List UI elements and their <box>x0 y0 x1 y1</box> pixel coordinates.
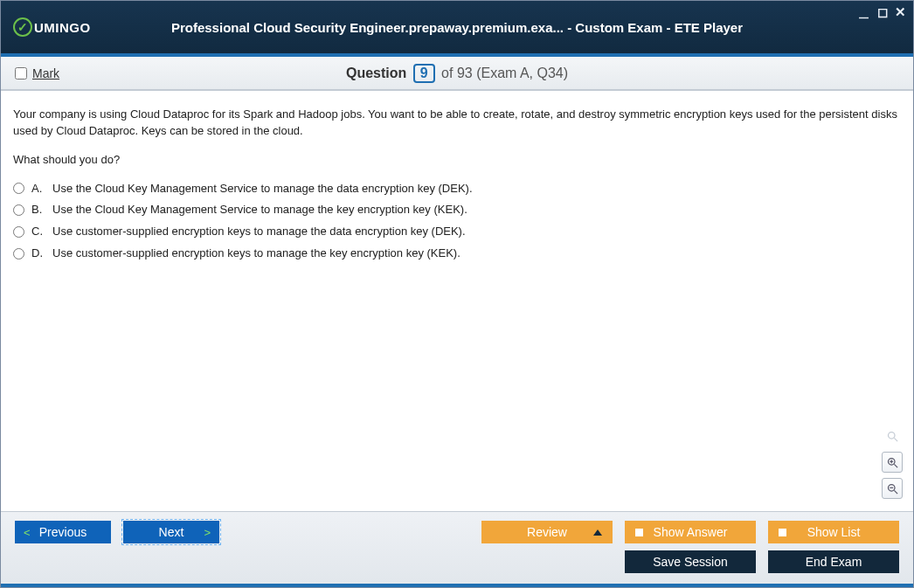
footer: < Previous Next > Review Show Answer <box>1 511 913 584</box>
chevron-right-icon: > <box>204 526 211 539</box>
option-b-text: Use the Cloud Key Management Service to … <box>52 202 467 218</box>
option-c-letter: C. <box>31 224 45 240</box>
previous-button[interactable]: < Previous <box>15 521 111 543</box>
answer-options: A. Use the Cloud Key Management Service … <box>13 181 901 262</box>
footer-row-2: Save Session End Exam <box>15 550 899 573</box>
option-a-radio[interactable] <box>13 183 24 194</box>
svg-point-0 <box>888 432 895 439</box>
minimize-icon[interactable]: ＿ <box>857 4 870 21</box>
svg-line-7 <box>894 490 897 494</box>
question-number-box[interactable]: 9 <box>413 64 435 83</box>
title-bar: ＿ ◻ ✕ ✓ UMINGO Professional Cloud Securi… <box>1 1 913 53</box>
close-icon[interactable]: ✕ <box>895 4 906 21</box>
question-position: Question 9 of 93 (Exam A, Q34) <box>1 64 913 83</box>
option-b-letter: B. <box>31 202 45 218</box>
option-d-radio[interactable] <box>13 248 24 259</box>
option-a[interactable]: A. Use the Cloud Key Management Service … <box>13 181 901 197</box>
question-body: Your company is using Cloud Dataproc for… <box>1 90 913 511</box>
question-prompt: What should you do? <box>13 152 901 169</box>
show-list-button[interactable]: Show List <box>768 521 899 543</box>
zoom-in-icon[interactable] <box>882 452 903 473</box>
question-of: of 93 (Exam A, Q34) <box>441 66 568 80</box>
triangle-up-icon <box>593 529 602 536</box>
brand-logo: ✓ UMINGO <box>13 17 91 37</box>
svg-line-3 <box>894 464 897 467</box>
footer-stripe <box>1 584 913 587</box>
brand-text: UMINGO <box>34 20 91 35</box>
mark-checkbox[interactable] <box>15 67 27 80</box>
window-title: Professional Cloud Security Engineer.pre… <box>1 20 913 35</box>
option-d-text: Use customer-supplied encryption keys to… <box>52 246 460 262</box>
option-d-letter: D. <box>31 246 45 262</box>
end-exam-button[interactable]: End Exam <box>768 550 899 573</box>
stop-icon <box>779 529 786 536</box>
option-b-radio[interactable] <box>13 204 24 216</box>
option-a-text: Use the Cloud Key Management Service to … <box>52 181 473 197</box>
option-a-letter: A. <box>31 181 45 197</box>
show-answer-button[interactable]: Show Answer <box>625 521 756 543</box>
option-b[interactable]: B. Use the Cloud Key Management Service … <box>13 202 901 218</box>
question-text: Your company is using Cloud Dataproc for… <box>13 107 901 140</box>
footer-row-1: < Previous Next > Review Show Answer <box>15 521 899 543</box>
stop-icon <box>635 529 643 536</box>
review-button[interactable]: Review <box>481 521 613 543</box>
question-word: Question <box>346 66 406 80</box>
save-session-button[interactable]: Save Session <box>625 550 756 573</box>
chevron-left-icon: < <box>24 526 31 539</box>
window-controls: ＿ ◻ ✕ <box>857 4 906 21</box>
option-d[interactable]: D. Use customer-supplied encryption keys… <box>13 246 901 262</box>
app-window: ＿ ◻ ✕ ✓ UMINGO Professional Cloud Securi… <box>0 0 914 588</box>
search-icon <box>882 425 903 446</box>
mark-checkbox-wrap[interactable]: Mark <box>15 66 59 80</box>
zoom-controls <box>882 425 903 499</box>
next-button[interactable]: Next > <box>123 521 219 543</box>
option-c[interactable]: C. Use customer-supplied encryption keys… <box>13 224 901 240</box>
maximize-icon[interactable]: ◻ <box>877 4 888 21</box>
checkmark-icon: ✓ <box>13 17 32 37</box>
question-header: Mark Question 9 of 93 (Exam A, Q34) <box>1 57 913 90</box>
svg-line-1 <box>894 438 897 441</box>
zoom-out-icon[interactable] <box>882 478 903 499</box>
option-c-text: Use customer-supplied encryption keys to… <box>52 224 466 240</box>
option-c-radio[interactable] <box>13 226 24 238</box>
mark-label[interactable]: Mark <box>32 66 59 80</box>
